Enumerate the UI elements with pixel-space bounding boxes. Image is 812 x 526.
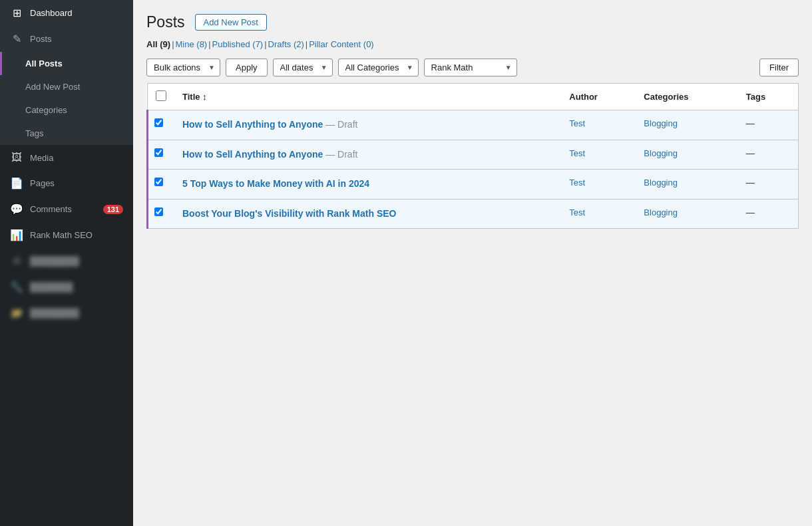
- all-posts-label: All Posts: [25, 59, 63, 68]
- post-author-link[interactable]: Test: [569, 207, 585, 217]
- post-category-link[interactable]: Blogging: [644, 178, 678, 188]
- bulk-actions-wrap: Bulk actions ▼: [146, 59, 220, 76]
- sidebar-item-label: Rank Math SEO: [30, 230, 93, 240]
- sidebar-blurred-section: ⚙ ████████ 🔧 ███████ 📁 ████████: [0, 248, 133, 326]
- sidebar-item-blurred-1: ⚙ ████████: [0, 248, 133, 274]
- row-checkbox-cell: [148, 140, 175, 170]
- post-category-link[interactable]: Blogging: [644, 118, 678, 128]
- post-title-link[interactable]: How to Sell Anything to Anyone — Draft: [182, 148, 553, 162]
- post-author-link[interactable]: Test: [569, 148, 585, 158]
- media-icon: 🖼: [10, 152, 23, 164]
- table-row: 5 Top Ways to Make Money with AI in 2024…: [148, 170, 799, 199]
- sidebar-item-all-posts[interactable]: All Posts: [0, 52, 133, 75]
- post-tags-cell: —: [738, 199, 799, 229]
- row-checkbox[interactable]: [154, 148, 163, 157]
- row-checkbox-cell: [148, 199, 175, 229]
- main-content: Posts Add New Post All (9) | Mine (8) | …: [133, 0, 812, 526]
- post-title-link[interactable]: 5 Top Ways to Make Money with AI in 2024: [182, 178, 553, 191]
- row-checkbox[interactable]: [154, 207, 163, 216]
- post-title-cell: Boost Your Blog's Visibility with Rank M…: [174, 199, 561, 229]
- filter-link-published[interactable]: Published (7): [212, 39, 264, 49]
- post-category-cell: Blogging: [636, 199, 737, 229]
- sidebar-item-label: Media: [30, 153, 53, 163]
- row-checkbox[interactable]: [154, 178, 163, 186]
- post-author-link[interactable]: Test: [569, 178, 585, 188]
- all-categories-wrap: All Categories ▼: [338, 59, 419, 76]
- all-categories-select[interactable]: All Categories: [338, 59, 419, 76]
- sidebar-item-pages[interactable]: 📄 Pages: [0, 170, 133, 196]
- toolbar: Bulk actions ▼ Apply All dates ▼ All Cat…: [146, 59, 799, 76]
- filter-link-all[interactable]: All (9): [146, 39, 170, 49]
- post-title-link[interactable]: Boost Your Blog's Visibility with Rank M…: [182, 207, 553, 221]
- categories-column-header: Categories: [636, 84, 737, 110]
- tags-dash: —: [746, 118, 755, 128]
- table-row: Boost Your Blog's Visibility with Rank M…: [148, 199, 799, 229]
- filter-link-drafts[interactable]: Drafts (2): [268, 39, 304, 49]
- sidebar-item-rank-math-seo[interactable]: 📊 Rank Math SEO: [0, 222, 133, 248]
- title-column-header: Title ↕: [174, 84, 561, 110]
- draft-label: — Draft: [323, 119, 357, 130]
- all-dates-select[interactable]: All dates: [273, 59, 333, 76]
- apply-button[interactable]: Apply: [226, 59, 268, 76]
- sidebar-item-label: Comments: [30, 204, 72, 214]
- post-title-link[interactable]: How to Sell Anything to Anyone — Draft: [182, 118, 553, 132]
- sidebar-item-categories[interactable]: Categories: [0, 98, 133, 122]
- tags-dash: —: [746, 207, 755, 217]
- sidebar-item-label: Posts: [30, 34, 52, 44]
- tags-dash: —: [746, 178, 755, 188]
- sidebar-item-add-new-post[interactable]: Add New Post: [0, 75, 133, 98]
- sidebar-item-media[interactable]: 🖼 Media: [0, 145, 133, 170]
- pages-icon: 📄: [10, 177, 23, 190]
- rank-math-select[interactable]: Rank Math: [424, 59, 517, 76]
- table-row: How to Sell Anything to Anyone — DraftTe…: [148, 140, 799, 170]
- post-tags-cell: —: [738, 170, 799, 199]
- sidebar: ⊞ Dashboard ✎ Posts All Posts Add New Po…: [0, 0, 133, 526]
- sidebar-item-label: Dashboard: [30, 8, 73, 18]
- add-new-post-button[interactable]: Add New Post: [195, 14, 267, 31]
- categories-label: Categories: [25, 105, 67, 115]
- comments-icon: 💬: [10, 203, 23, 215]
- page-header: Posts Add New Post: [146, 13, 799, 31]
- row-checkbox[interactable]: [154, 118, 163, 127]
- filter-button[interactable]: Filter: [759, 59, 799, 76]
- draft-label: — Draft: [323, 149, 357, 160]
- sidebar-item-posts[interactable]: ✎ Posts: [0, 26, 133, 52]
- post-author-link[interactable]: Test: [569, 118, 585, 128]
- post-title-cell: 5 Top Ways to Make Money with AI in 2024: [174, 170, 561, 199]
- row-checkbox-cell: [148, 170, 175, 199]
- post-category-link[interactable]: Blogging: [644, 207, 678, 217]
- row-checkbox-cell: [148, 110, 175, 140]
- posts-table: Title ↕ Author Categories Tags How to Se…: [146, 83, 799, 229]
- post-tags-cell: —: [738, 110, 799, 140]
- sidebar-item-label: Pages: [30, 178, 55, 188]
- sidebar-item-comments[interactable]: 💬 Comments 131: [0, 196, 133, 222]
- post-category-cell: Blogging: [636, 140, 737, 170]
- title-sort-label: Title: [182, 92, 202, 102]
- select-all-checkbox[interactable]: [156, 90, 166, 101]
- tags-label: Tags: [25, 128, 43, 138]
- bulk-actions-select[interactable]: Bulk actions: [146, 59, 220, 76]
- post-author-cell: Test: [561, 140, 636, 170]
- filter-link-pillar-content[interactable]: Pillar Content (0): [309, 39, 374, 49]
- post-author-cell: Test: [561, 199, 636, 229]
- post-author-cell: Test: [561, 110, 636, 140]
- post-title-cell: How to Sell Anything to Anyone — Draft: [174, 140, 561, 170]
- post-tags-cell: —: [738, 140, 799, 170]
- comments-badge: 131: [103, 205, 123, 214]
- sort-icon[interactable]: ↕: [202, 92, 207, 102]
- dashboard-icon: ⊞: [10, 7, 23, 19]
- sidebar-item-dashboard[interactable]: ⊞ Dashboard: [0, 0, 133, 26]
- sidebar-item-tags[interactable]: Tags: [0, 122, 133, 145]
- author-column-header: Author: [561, 84, 636, 110]
- sidebar-submenu-posts: All Posts Add New Post Categories Tags: [0, 52, 133, 145]
- rank-math-icon: 📊: [10, 229, 23, 241]
- add-new-post-label: Add New Post: [25, 82, 80, 92]
- post-category-link[interactable]: Blogging: [644, 148, 678, 158]
- post-category-cell: Blogging: [636, 170, 737, 199]
- filter-link-mine[interactable]: Mine (8): [176, 39, 208, 49]
- sidebar-item-blurred-3: 📁 ████████: [0, 300, 133, 326]
- post-title-cell: How to Sell Anything to Anyone — Draft: [174, 110, 561, 140]
- sidebar-item-blurred-2: 🔧 ███████: [0, 274, 133, 300]
- tags-dash: —: [746, 148, 755, 158]
- rank-math-wrap: Rank Math ▼: [424, 59, 517, 76]
